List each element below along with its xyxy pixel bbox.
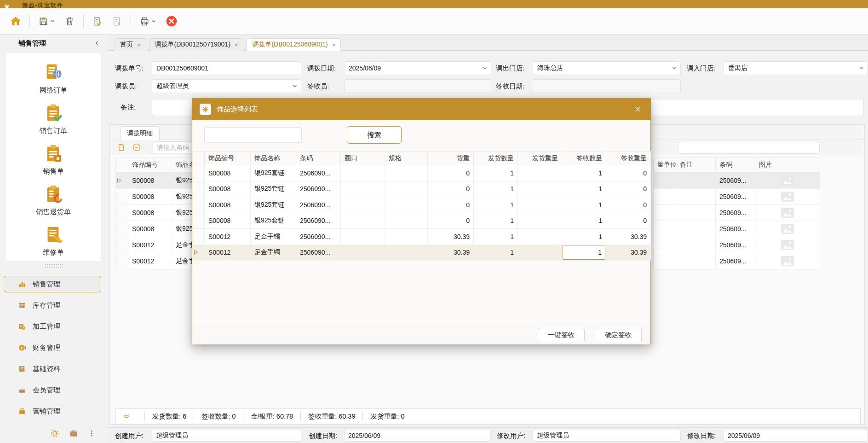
column-header[interactable]: 圈口 xyxy=(341,152,385,165)
column-header[interactable]: 图片 xyxy=(755,157,820,173)
cell: 足金手镯 xyxy=(251,245,296,261)
splitter-grip[interactable] xyxy=(45,264,63,268)
cell: 2506090... xyxy=(296,165,341,181)
column-header[interactable]: 签收重量 xyxy=(606,152,651,165)
shortcut-销售单[interactable]: ¥销售单 xyxy=(43,143,64,176)
in-store-select[interactable] xyxy=(724,61,868,75)
table-row[interactable]: S00008银925套链2506090...0110 xyxy=(193,181,651,197)
close-circle-icon xyxy=(166,15,178,27)
cell: 1 xyxy=(474,229,518,245)
sidebar-item-销售管理[interactable]: 销售管理 xyxy=(4,276,101,292)
transfer-date-select[interactable] xyxy=(344,61,491,75)
shortcut-网络订单[interactable]: 网络订单 xyxy=(40,62,67,95)
chevron-down-icon[interactable] xyxy=(151,18,156,24)
column-header[interactable]: 规格 xyxy=(385,152,428,165)
shortcut-维修单[interactable]: 维修单 xyxy=(43,224,64,257)
cell: S00008 xyxy=(205,213,251,229)
minus-circle-icon[interactable] xyxy=(132,143,141,152)
chevron-left-icon[interactable] xyxy=(94,40,100,47)
tab-transfer-order-2[interactable]: 调拨单(DB001250609001)× xyxy=(247,38,341,51)
audit-button[interactable] xyxy=(89,12,105,30)
field-label: 修改日期: xyxy=(687,431,724,440)
table-row[interactable]: 250609... xyxy=(654,221,820,237)
column-header[interactable]: 发货数量 xyxy=(474,152,518,165)
close-tab-icon[interactable]: × xyxy=(332,41,336,48)
field-label: 签收员: xyxy=(307,82,344,91)
close-button[interactable] xyxy=(163,12,180,30)
column-header[interactable]: 饰品编号 xyxy=(128,157,172,173)
cell xyxy=(116,253,128,269)
process-icon xyxy=(18,322,26,331)
receiver-input[interactable] xyxy=(344,79,491,93)
column-header[interactable] xyxy=(193,152,205,165)
shortcut-销售订单[interactable]: 销售订单 xyxy=(40,103,67,135)
sidebar-item-财务管理[interactable]: ¥财务管理 xyxy=(4,339,101,356)
table-row[interactable]: 250609... xyxy=(654,205,820,221)
save-button[interactable] xyxy=(35,12,58,30)
out-store-select[interactable] xyxy=(533,61,681,75)
created-by-input[interactable] xyxy=(152,430,301,442)
sign-all-button[interactable]: 一键签收 xyxy=(538,328,585,342)
delete-button[interactable] xyxy=(62,12,78,30)
sidebar-item-加工管理[interactable]: 加工管理 xyxy=(4,318,101,335)
toolbar-separator xyxy=(83,14,84,28)
receive-date-input[interactable] xyxy=(533,79,681,93)
search-button[interactable]: 搜索 xyxy=(347,126,402,144)
column-header[interactable]: 货重 xyxy=(428,152,474,165)
operator-select[interactable] xyxy=(152,79,301,93)
tab-transfer-detail[interactable]: 调拨明细 xyxy=(120,126,160,140)
toolbar-separator xyxy=(131,14,131,28)
confirm-sign-button[interactable]: 确定签收 xyxy=(595,328,642,342)
cell xyxy=(341,181,385,197)
dialog-header[interactable]: 饰品选择列表 xyxy=(192,99,650,120)
close-tab-icon[interactable]: × xyxy=(235,41,238,48)
unaudit-button[interactable] xyxy=(109,12,125,30)
column-header[interactable]: 饰品名称 xyxy=(251,152,296,165)
tab-transfer-order-1[interactable]: 调拨单(DB001250719001)× xyxy=(149,38,244,51)
column-header[interactable]: 条码 xyxy=(716,157,755,173)
column-header[interactable]: 量单位 xyxy=(654,157,676,173)
layers-icon[interactable] xyxy=(122,412,131,420)
table-row[interactable]: S00008银925套链2506090...0110 xyxy=(193,165,651,181)
created-date-input[interactable] xyxy=(344,430,491,442)
sidebar-item-基础资料[interactable]: 基础资料 xyxy=(4,361,101,377)
table-row[interactable]: S00012足金手镯2506090...30.391130.39 xyxy=(193,229,651,245)
detail-right-input[interactable] xyxy=(678,142,820,154)
column-header[interactable]: 发货重量 xyxy=(518,152,562,165)
more-dots-icon[interactable] xyxy=(87,429,96,437)
table-row[interactable]: 250609... xyxy=(654,173,820,189)
doc-add-icon[interactable] xyxy=(116,143,126,152)
column-header[interactable]: 签收数量 xyxy=(562,152,606,165)
table-row[interactable]: S00008银925套链2506090...0110 xyxy=(193,197,651,213)
table-row[interactable]: 250609... xyxy=(654,237,820,253)
table-row[interactable]: S00012足金手镯2506090...30.391130.39 xyxy=(193,245,651,261)
modified-date-input[interactable] xyxy=(724,430,868,442)
sidebar-item-会员管理[interactable]: 会员管理 xyxy=(4,382,101,398)
cell: 0 xyxy=(428,213,474,229)
table-row[interactable]: 250609... xyxy=(654,189,820,205)
cell: 1 xyxy=(562,181,606,197)
gear-icon[interactable] xyxy=(50,428,60,438)
close-tab-icon[interactable]: × xyxy=(137,41,141,48)
cell: 250609... xyxy=(716,253,755,269)
column-header[interactable] xyxy=(116,157,128,173)
chevron-down-icon[interactable] xyxy=(50,18,55,24)
dialog-search-input[interactable] xyxy=(204,127,302,143)
table-row[interactable]: 250609... xyxy=(654,253,820,269)
shortcut-销售退货单[interactable]: 销售退货单 xyxy=(36,184,71,216)
briefcase-icon[interactable] xyxy=(69,429,78,438)
modified-by-input[interactable] xyxy=(533,430,681,442)
table-row[interactable]: S00008银925套链2506090...0110 xyxy=(193,213,651,229)
close-icon[interactable] xyxy=(632,104,643,115)
column-header[interactable]: 条码 xyxy=(296,152,341,165)
column-header[interactable]: 饰品编号 xyxy=(205,152,251,165)
home-button[interactable] xyxy=(7,12,24,30)
edit-cell-input[interactable]: 1 xyxy=(563,245,605,260)
column-header[interactable]: 备注 xyxy=(676,157,716,173)
tab-home[interactable]: 首页× xyxy=(115,38,146,51)
cell: S00008 xyxy=(128,189,172,205)
sidebar-item-营销管理[interactable]: 营销管理 xyxy=(4,403,101,420)
print-button[interactable] xyxy=(137,12,159,30)
sidebar-item-库存管理[interactable]: 库存管理 xyxy=(4,297,101,314)
order-no-input[interactable] xyxy=(152,61,301,75)
